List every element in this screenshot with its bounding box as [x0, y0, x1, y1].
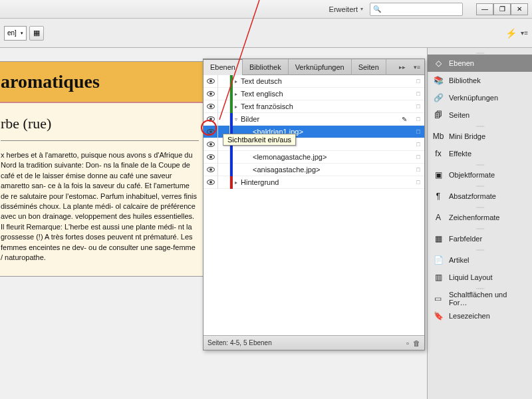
layer-name: <lemonagastache.jpg> — [251, 153, 412, 161]
selection-proxy[interactable]: □ — [412, 116, 424, 122]
dock-item-absatzformate[interactable]: ¶Absatzformate — [428, 188, 532, 205]
selection-proxy[interactable]: □ — [412, 141, 424, 148]
layer-name: Hintergrund — [239, 178, 412, 186]
lock-cell[interactable] — [218, 164, 230, 176]
layer-row[interactable]: ▿Bilder✎□ — [203, 113, 424, 126]
search-input[interactable]: 🔍 — [370, 3, 463, 16]
panel-collapse-button[interactable]: ▸▸ — [395, 64, 410, 70]
panel-status-bar: Seiten: 4-5, 5 Ebenen ▫ 🗑 — [203, 335, 424, 350]
delete-layer-button[interactable]: 🗑 — [413, 339, 420, 347]
layer-color-bar — [230, 88, 233, 100]
new-layer-button[interactable]: ▫ — [406, 339, 409, 347]
lock-cell[interactable] — [218, 113, 230, 126]
layer-row[interactable]: ▸Text englisch□ — [203, 88, 424, 100]
dock-item-ebenen[interactable]: ◇Ebenen — [428, 55, 532, 72]
dock-item-objektformate[interactable]: ▣Objektformate — [428, 166, 532, 184]
selection-proxy[interactable]: □ — [412, 166, 424, 173]
selection-proxy[interactable]: □ — [412, 154, 424, 160]
dock-item-zeichenformate[interactable]: AZeichenformate — [428, 209, 532, 226]
visibility-toggle[interactable] — [203, 100, 218, 113]
dock-item-label: Mini Bridge — [449, 132, 485, 140]
layer-row[interactable]: <anisagastache.jpg>□ — [203, 164, 424, 176]
selection-proxy[interactable]: □ — [412, 128, 424, 135]
dock-item-lesezeichen[interactable]: 🔖Lesezeichen — [428, 307, 532, 325]
dock-item-label: Zeichenformate — [449, 213, 499, 221]
lock-cell[interactable] — [218, 88, 230, 100]
visibility-toggle[interactable] — [203, 88, 218, 100]
visibility-toggle[interactable] — [203, 75, 218, 88]
dock-item-verkn-pfungen[interactable]: 🔗Verknüpfungen — [428, 89, 532, 106]
layer-row[interactable]: ▸Text deutsch□ — [203, 75, 424, 88]
panel-tab-ebenen[interactable]: Ebenen — [203, 59, 243, 75]
panel-tab-verknüpfungen[interactable]: Verknüpfungen — [289, 59, 352, 75]
dock-item-mini-bridge[interactable]: MbMini Bridge — [428, 128, 532, 145]
window-minimize-button[interactable]: — — [476, 3, 493, 15]
selection-proxy[interactable]: □ — [412, 103, 424, 110]
window-close-button[interactable]: ✕ — [511, 3, 528, 15]
panel-tab-seiten[interactable]: Seiten — [352, 59, 386, 75]
dock-item-label: Absatzformate — [449, 192, 496, 200]
layer-row[interactable]: <lemonagastache.jpg>□ — [203, 151, 424, 164]
disclosure-triangle[interactable]: ▸ — [235, 78, 237, 84]
toolbar-menu-icon[interactable]: ▾≡ — [521, 29, 528, 37]
visibility-toggle[interactable] — [203, 164, 218, 176]
toolbar-icon-button[interactable]: ▦ — [29, 26, 44, 41]
dock-item-label: Seiten — [449, 111, 469, 119]
dock-item-label: Objektformate — [449, 171, 495, 179]
visibility-toggle[interactable] — [203, 138, 218, 151]
dock-item-bibliothek[interactable]: 📚Bibliothek — [428, 72, 532, 89]
absatzformate-icon: ¶ — [433, 191, 444, 201]
seiten-icon: 🗐 — [433, 110, 444, 120]
lock-cell[interactable] — [218, 176, 230, 189]
eye-icon — [207, 154, 215, 160]
layer-name: Text englisch — [239, 90, 412, 98]
selection-proxy[interactable]: □ — [412, 90, 424, 97]
document-rule — [1, 140, 199, 141]
layer-name: Text deutsch — [239, 77, 412, 85]
selection-proxy[interactable]: □ — [412, 179, 424, 186]
panel-menu-button[interactable]: ▾≡ — [410, 64, 424, 70]
document-body-text: x herbes et à l'amaretto, puisque nous a… — [0, 150, 205, 276]
selection-proxy[interactable]: □ — [412, 78, 424, 84]
dock-item-seiten[interactable]: 🗐Seiten — [428, 106, 532, 124]
layer-name: Text französisch — [239, 102, 412, 110]
layer-color-bar — [230, 151, 233, 164]
eye-icon — [207, 180, 215, 185]
disclosure-triangle[interactable]: ▸ — [235, 91, 237, 97]
panel-tab-bibliothek[interactable]: Bibliothek — [243, 59, 289, 75]
eye-icon — [207, 129, 215, 134]
layer-color-bar — [230, 113, 233, 126]
control-toolbar: en] ▦ ⚡ ▾≡ — [0, 19, 532, 48]
eye-icon — [207, 78, 215, 84]
lock-cell[interactable] — [218, 75, 230, 88]
mini-bridge-icon: Mb — [433, 131, 444, 142]
lock-cell[interactable] — [218, 100, 230, 113]
toolbar-dropdown[interactable]: en] — [4, 26, 27, 41]
dock-item-farbfelder[interactable]: ▦Farbfelder — [428, 230, 532, 247]
visibility-toggle[interactable] — [203, 126, 218, 138]
visibility-toggle[interactable] — [203, 113, 218, 126]
layer-color-bar — [230, 100, 233, 113]
dock-item-schaltfl-chen-und-for-[interactable]: ▭Schaltflächen und For… — [428, 290, 532, 307]
layer-row[interactable]: ▸Text französisch□ — [203, 100, 424, 113]
disclosure-triangle[interactable]: ▿ — [235, 116, 237, 122]
workspace-mode-dropdown[interactable]: Erweitert — [329, 5, 363, 13]
dock-item-liquid-layout[interactable]: ▥Liquid Layout — [428, 269, 532, 286]
right-dock: ◇Ebenen📚Bibliothek🔗Verknüpfungen🗐SeitenM… — [427, 48, 532, 399]
layer-row[interactable]: ▸Hintergrund□ — [203, 176, 424, 189]
visibility-toggle[interactable] — [203, 151, 218, 164]
window-maximize-button[interactable]: ❐ — [493, 3, 511, 15]
farbfelder-icon: ▦ — [433, 233, 444, 244]
dock-item-artikel[interactable]: 📄Artikel — [428, 251, 532, 269]
disclosure-triangle[interactable]: ▸ — [235, 180, 237, 186]
layer-name: <anisagastache.jpg> — [251, 166, 412, 174]
lock-cell[interactable] — [218, 151, 230, 164]
bolt-icon[interactable]: ⚡ — [505, 28, 517, 39]
disclosure-triangle[interactable]: ▸ — [235, 104, 237, 110]
effekte-icon: fx — [433, 148, 444, 159]
dock-item-effekte[interactable]: fxEffekte — [428, 145, 532, 162]
panel-tabs: EbenenBibliothekVerknüpfungenSeiten ▸▸ ▾… — [203, 59, 424, 75]
layer-name: Bilder — [239, 115, 402, 123]
visibility-toggle[interactable] — [203, 176, 218, 189]
pen-icon: ✎ — [402, 116, 412, 123]
